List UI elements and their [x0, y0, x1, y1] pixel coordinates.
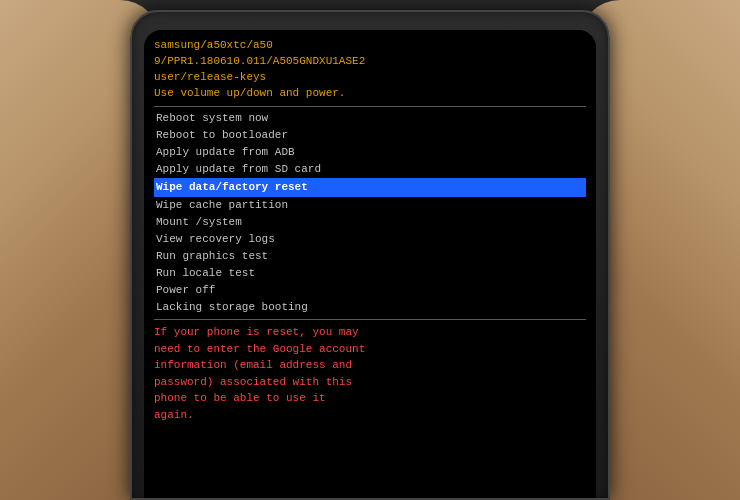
- menu-item-graphics-test[interactable]: Run graphics test: [154, 248, 586, 265]
- header-line-2: 9/PPR1.180610.011/A505GNDXU1ASE2: [154, 54, 586, 70]
- menu-item-mount[interactable]: Mount /system: [154, 214, 586, 231]
- header-line-4: Use volume up/down and power.: [154, 86, 586, 102]
- menu-item-reboot-bootloader[interactable]: Reboot to bootloader: [154, 127, 586, 144]
- menu-section: Reboot system now Reboot to bootloader A…: [154, 110, 586, 317]
- header-line-3: user/release-keys: [154, 70, 586, 86]
- divider-top: [154, 106, 586, 107]
- warning-text: If your phone is reset, you may need to …: [154, 324, 586, 423]
- screen-content: samsung/a50xtc/a50 9/PPR1.180610.011/A50…: [144, 30, 596, 498]
- menu-item-power-off[interactable]: Power off: [154, 282, 586, 299]
- phone-outer: samsung/a50xtc/a50 9/PPR1.180610.011/A50…: [130, 10, 610, 500]
- menu-item-reboot-system[interactable]: Reboot system now: [154, 110, 586, 127]
- divider-bottom: [154, 319, 586, 320]
- menu-item-wipe-data[interactable]: Wipe data/factory reset: [154, 178, 586, 197]
- phone-screen: samsung/a50xtc/a50 9/PPR1.180610.011/A50…: [144, 30, 596, 498]
- scene: samsung/a50xtc/a50 9/PPR1.180610.011/A50…: [0, 0, 740, 500]
- menu-item-adb[interactable]: Apply update from ADB: [154, 144, 586, 161]
- menu-item-wipe-cache[interactable]: Wipe cache partition: [154, 197, 586, 214]
- menu-item-recovery-logs[interactable]: View recovery logs: [154, 231, 586, 248]
- menu-item-locale-test[interactable]: Run locale test: [154, 265, 586, 282]
- warning-section: If your phone is reset, you may need to …: [154, 324, 586, 423]
- menu-item-lacking-storage[interactable]: Lacking storage booting: [154, 299, 586, 316]
- header-section: samsung/a50xtc/a50 9/PPR1.180610.011/A50…: [154, 38, 586, 102]
- menu-item-sdcard[interactable]: Apply update from SD card: [154, 161, 586, 178]
- header-line-1: samsung/a50xtc/a50: [154, 38, 586, 54]
